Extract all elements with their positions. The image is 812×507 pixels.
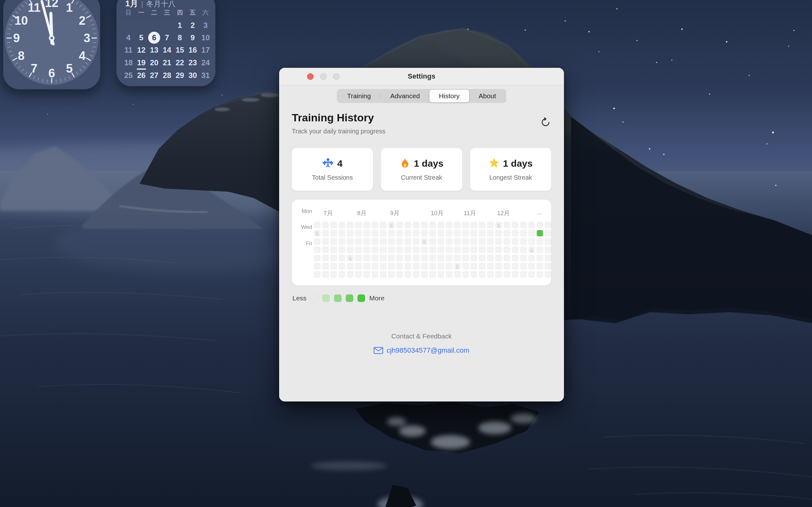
calendar-weekday-label: 一 bbox=[138, 9, 144, 16]
clock-numeral: 12 bbox=[45, 0, 58, 9]
calendar-day: 7 bbox=[165, 33, 169, 42]
heatmap-cell bbox=[429, 238, 436, 245]
calendar-weekday-label: 二 bbox=[151, 9, 157, 16]
star bbox=[622, 121, 623, 123]
star bbox=[775, 185, 776, 186]
heatmap-cell bbox=[331, 222, 337, 228]
settings-window: Settings TrainingAdvancedHistoryAbout Tr… bbox=[279, 68, 564, 401]
star bbox=[788, 46, 789, 47]
tab-advanced[interactable]: Advanced bbox=[380, 90, 429, 102]
heatmap-cell bbox=[314, 255, 320, 261]
heatmap-cell bbox=[471, 222, 477, 228]
heatmap-cell bbox=[355, 255, 362, 261]
heatmap-cell bbox=[438, 238, 444, 245]
heatmap-cell bbox=[479, 263, 485, 269]
contact-label: Contact & Feedback bbox=[292, 332, 551, 340]
heatmap-day-label: Fri bbox=[293, 240, 312, 247]
heatmap-cell bbox=[545, 246, 551, 253]
calendar-day: 14 bbox=[163, 46, 171, 55]
heatmap-cell bbox=[520, 271, 526, 278]
heatmap-cell bbox=[339, 246, 345, 253]
heatmap-cell bbox=[512, 255, 518, 261]
tab-bar: TrainingAdvancedHistoryAbout bbox=[279, 85, 564, 103]
heatmap-cell bbox=[520, 255, 526, 261]
star bbox=[726, 41, 728, 43]
tab-about[interactable]: About bbox=[469, 90, 506, 102]
star bbox=[565, 20, 566, 21]
clock-numeral: 1 bbox=[66, 1, 72, 14]
heatmap-cell bbox=[545, 222, 551, 228]
heatmap-cell bbox=[388, 238, 395, 245]
heatmap-cell bbox=[388, 271, 395, 278]
heatmap-cell bbox=[331, 246, 337, 253]
heatmap-cell bbox=[537, 255, 543, 261]
tab-training[interactable]: Training bbox=[338, 90, 380, 102]
heatmap-cell bbox=[421, 263, 427, 269]
heatmap-month-label: 11月 bbox=[464, 209, 476, 217]
heatmap-cell bbox=[405, 222, 411, 228]
contact-email-link[interactable]: cjh985034577@gmail.com bbox=[387, 346, 469, 354]
heatmap-cell bbox=[528, 238, 535, 245]
star bbox=[671, 60, 672, 61]
clock-widget[interactable]: 123456789101112 bbox=[3, 0, 100, 89]
heatmap-cell bbox=[496, 246, 502, 253]
heatmap-cell bbox=[462, 230, 469, 236]
heatmap-cell bbox=[487, 271, 494, 278]
heatmap-cell bbox=[363, 255, 370, 261]
heatmap-cell bbox=[462, 222, 469, 228]
heatmap-cell bbox=[363, 222, 370, 228]
heatmap-cell bbox=[446, 230, 452, 236]
star bbox=[649, 148, 651, 150]
heatmap-cell bbox=[528, 263, 535, 269]
heatmap-cell bbox=[454, 222, 461, 228]
heatmap-cell bbox=[487, 230, 494, 236]
heatmap-cell bbox=[314, 263, 320, 269]
heatmap-cell bbox=[380, 238, 386, 245]
heatmap-cell bbox=[314, 238, 320, 245]
heatmap-cell bbox=[487, 238, 494, 245]
heatmap-cell bbox=[512, 271, 518, 278]
heatmap-cell bbox=[397, 246, 403, 253]
heatmap-cell: 1 bbox=[528, 246, 535, 253]
heatmap-cell bbox=[479, 255, 485, 261]
refresh-button[interactable] bbox=[540, 117, 551, 128]
heatmap-cell bbox=[454, 230, 461, 236]
heatmap-cell bbox=[520, 230, 526, 236]
stat-card: 1 daysLongest Streak bbox=[470, 148, 551, 191]
heatmap-cell bbox=[331, 230, 337, 236]
heatmap-cell bbox=[496, 271, 502, 278]
heatmap-cell bbox=[454, 246, 461, 253]
heatmap-cell bbox=[462, 246, 469, 253]
tab-history[interactable]: History bbox=[429, 90, 469, 102]
heatmap-cell bbox=[528, 271, 535, 278]
titlebar[interactable]: Settings bbox=[279, 68, 564, 85]
calendar-day: 6 bbox=[148, 32, 160, 44]
heatmap-cell bbox=[487, 263, 494, 269]
heatmap-cell bbox=[405, 255, 411, 261]
heatmap-cell bbox=[545, 230, 551, 236]
history-pane: Training History Track your daily traini… bbox=[279, 103, 564, 354]
star bbox=[636, 40, 638, 41]
heatmap-cell bbox=[388, 263, 395, 269]
heatmap-cell bbox=[322, 263, 328, 269]
heatmap-cell bbox=[347, 263, 353, 269]
heatmap-cell bbox=[545, 255, 551, 261]
clock-numeral: 6 bbox=[48, 66, 55, 80]
stat-value: 4 bbox=[337, 158, 343, 169]
heatmap-cell bbox=[462, 263, 469, 269]
calendar-day: 2 bbox=[191, 21, 195, 30]
weightlifter-icon bbox=[322, 158, 334, 168]
heatmap-month-label: 12月 bbox=[497, 209, 510, 217]
flame-icon bbox=[400, 158, 410, 168]
heatmap-cell bbox=[446, 271, 452, 278]
calendar-widget[interactable]: 1月 | 冬月十八 日一二三四五六 1234567891011121314151… bbox=[116, 0, 215, 86]
heatmap-cell bbox=[322, 238, 328, 245]
heatmap-cell bbox=[537, 246, 543, 253]
heatmap-cell bbox=[421, 230, 427, 236]
heatmap-cell bbox=[331, 238, 337, 245]
heatmap-cell bbox=[520, 222, 526, 228]
calendar-day: 31 bbox=[201, 71, 210, 80]
heatmap-cell bbox=[421, 255, 427, 261]
calendar-day: 15 bbox=[176, 46, 184, 55]
heatmap-cell bbox=[496, 263, 502, 269]
